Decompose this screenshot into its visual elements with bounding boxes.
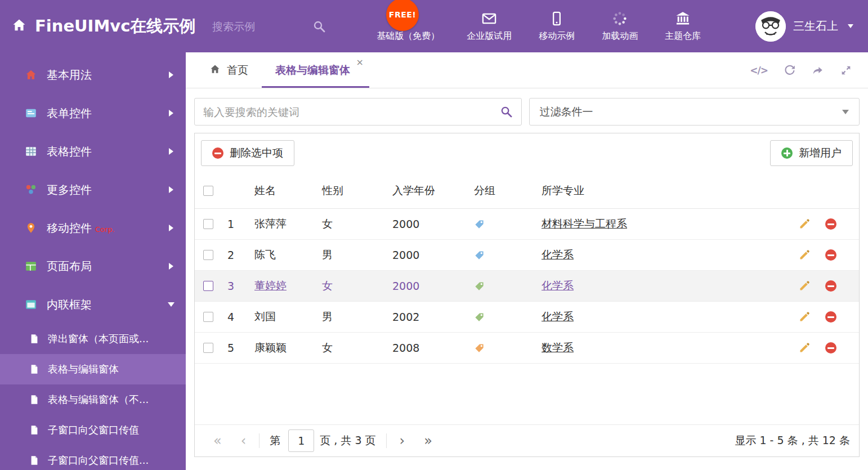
- sidebar-subitem-label: 子窗口向父窗口传值...: [48, 454, 149, 467]
- minus-circle-icon: [212, 147, 223, 159]
- expand-icon[interactable]: [840, 64, 852, 77]
- nav-loading-animation[interactable]: 加载动画: [588, 11, 651, 42]
- row-checkbox[interactable]: [203, 281, 213, 291]
- filter-dropdown[interactable]: 过滤条件一: [529, 98, 860, 126]
- keyword-search-input[interactable]: [203, 106, 500, 118]
- tab-grid-edit-window[interactable]: 表格与编辑窗体 ×: [262, 52, 369, 88]
- row-checkbox[interactable]: [203, 343, 213, 353]
- chevron-right-icon: [169, 186, 173, 193]
- table-row[interactable]: 4 刘国 男 2002 化学系: [195, 302, 859, 333]
- prev-page-button[interactable]: ‹: [231, 434, 256, 447]
- nav-mobile-demo[interactable]: 移动示例: [525, 11, 588, 42]
- nav-label: 移动示例: [539, 30, 575, 42]
- sidebar-subitem-child-to-parent-2[interactable]: 子窗口向父窗口传值...: [0, 445, 186, 470]
- tag-icon: [474, 250, 485, 261]
- delete-selected-label: 删除选中项: [230, 146, 283, 160]
- major-link[interactable]: 化学系: [542, 310, 574, 323]
- edit-pencil-icon[interactable]: [799, 342, 810, 353]
- sidebar-subitem-label: 表格与编辑窗体（不...: [48, 393, 149, 406]
- cell-major: 化学系: [542, 279, 777, 293]
- name-link[interactable]: 董婷婷: [254, 279, 287, 292]
- cell-major: 化学系: [542, 310, 777, 324]
- table-row[interactable]: 1 张萍萍 女 2000 材料科学与工程系: [195, 209, 859, 240]
- source-code-icon[interactable]: </>: [750, 65, 768, 76]
- sidebar-subitem-child-to-parent[interactable]: 子窗口向父窗口传值: [0, 415, 186, 445]
- cell-gender: 女: [322, 279, 392, 293]
- table-icon: [25, 145, 37, 158]
- cell-actions: [777, 342, 859, 353]
- sidebar-item-basic-usage[interactable]: 基本用法: [0, 56, 186, 94]
- major-link[interactable]: 材料科学与工程系: [542, 217, 627, 230]
- nav-enterprise-trial[interactable]: 企业版试用: [453, 11, 525, 42]
- chevron-down-icon: [168, 302, 175, 307]
- open-new-window-icon[interactable]: [812, 64, 824, 77]
- major-link[interactable]: 化学系: [542, 279, 574, 292]
- edit-pencil-icon[interactable]: [799, 249, 810, 261]
- sidebar-item-grid-controls[interactable]: 表格控件: [0, 132, 186, 171]
- page-number-input[interactable]: [288, 429, 314, 452]
- next-page-button[interactable]: ›: [390, 434, 415, 447]
- sidebar-item-more-controls[interactable]: 更多控件: [0, 171, 186, 209]
- file-icon: [29, 364, 39, 375]
- cell-gender: 男: [322, 248, 392, 262]
- sidebar-item-page-layout[interactable]: 页面布局: [0, 247, 186, 285]
- sidebar-subitem-popup-window[interactable]: 弹出窗体（本页面或...: [0, 324, 186, 354]
- delete-row-icon[interactable]: [825, 280, 836, 292]
- tab-home[interactable]: 首页: [196, 52, 262, 88]
- select-all-checkbox[interactable]: [203, 186, 213, 196]
- close-icon[interactable]: ×: [356, 57, 364, 68]
- row-checkbox[interactable]: [203, 250, 213, 260]
- delete-row-icon[interactable]: [825, 249, 836, 261]
- major-link[interactable]: 数学系: [542, 341, 574, 353]
- column-name: 姓名: [254, 183, 322, 198]
- nav-theme-store[interactable]: 主题仓库: [651, 11, 714, 42]
- sidebar-item-label: 表格控件: [47, 144, 92, 159]
- avatar: [755, 11, 786, 42]
- refresh-icon[interactable]: [784, 64, 796, 77]
- table-row[interactable]: 5 康颖颖 女 2008 数学系: [195, 333, 859, 364]
- first-page-button[interactable]: «: [204, 434, 231, 447]
- grid-toolbar: 删除选中项 新增用户: [195, 133, 859, 173]
- sidebar-item-label: 内联框架: [47, 297, 92, 312]
- delete-row-icon[interactable]: [825, 218, 836, 230]
- edit-pencil-icon[interactable]: [799, 280, 810, 292]
- sidebar-subitem-grid-edit-window[interactable]: 表格与编辑窗体: [0, 354, 186, 384]
- corp-badge: Corp.: [95, 225, 115, 234]
- edit-pencil-icon[interactable]: [799, 311, 810, 323]
- user-menu[interactable]: 三生石上: [755, 11, 853, 42]
- chevron-down-icon: [842, 110, 849, 114]
- tab-label: 首页: [227, 63, 248, 78]
- nav-label: 加载动画: [602, 30, 638, 42]
- layout-icon: [25, 260, 37, 272]
- row-checkbox[interactable]: [203, 312, 213, 322]
- last-page-button[interactable]: »: [414, 434, 442, 447]
- cell-year: 2008: [392, 342, 474, 354]
- table-row[interactable]: 2 陈飞 男 2000 化学系: [195, 240, 859, 271]
- map-pin-icon: [25, 222, 37, 234]
- sidebar-item-mobile-controls[interactable]: 移动控件 Corp.: [0, 209, 186, 247]
- table-row-selected[interactable]: 3 董婷婷 女 2000 化学系: [195, 271, 859, 302]
- delete-row-icon[interactable]: [825, 342, 836, 353]
- tag-icon: [474, 219, 485, 230]
- sidebar-item-form-controls[interactable]: 表单控件: [0, 94, 186, 132]
- search-icon[interactable]: [500, 105, 513, 118]
- brand[interactable]: FineUIMvc在线示例: [11, 15, 195, 38]
- cell-actions: [777, 311, 859, 323]
- chevron-down-icon: [848, 24, 853, 28]
- table-header: 姓名 性别 入学年份 分组 所学专业: [195, 173, 859, 209]
- edit-pencil-icon[interactable]: [799, 218, 810, 230]
- chevron-right-icon: [169, 148, 173, 155]
- sidebar-item-inline-frame[interactable]: 内联框架: [0, 285, 186, 324]
- search-icon[interactable]: [312, 20, 326, 33]
- header-search-input[interactable]: [212, 20, 297, 33]
- bank-icon: [675, 11, 691, 26]
- cell-actions: [777, 249, 859, 261]
- row-checkbox[interactable]: [203, 219, 213, 229]
- delete-selected-button[interactable]: 删除选中项: [201, 140, 294, 166]
- delete-row-icon[interactable]: [825, 311, 836, 323]
- major-link[interactable]: 化学系: [542, 248, 574, 261]
- sidebar-subitem-grid-edit-window-2[interactable]: 表格与编辑窗体（不...: [0, 384, 186, 415]
- chevron-right-icon: [169, 263, 173, 270]
- cell-actions: [777, 218, 859, 230]
- add-user-button[interactable]: 新增用户: [770, 140, 853, 166]
